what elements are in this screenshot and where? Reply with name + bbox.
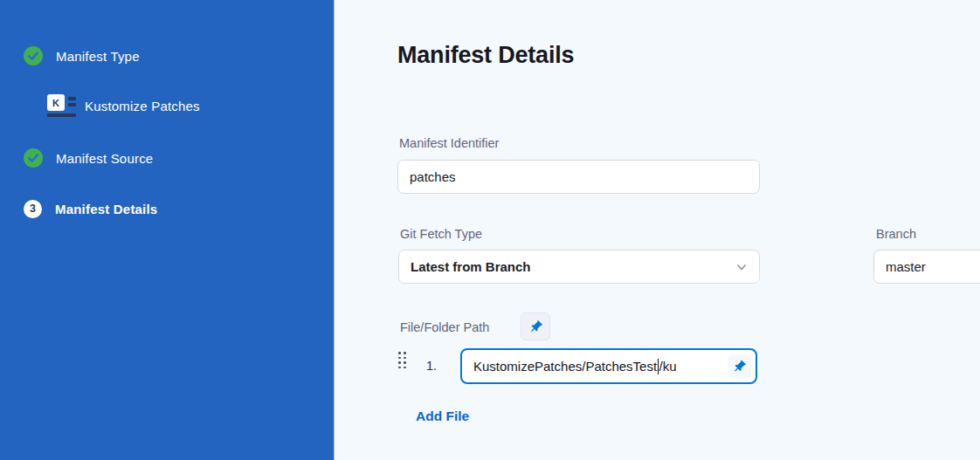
manifest-identifier-label: Manifest Identifier xyxy=(399,136,499,150)
git-fetch-type-value: Latest from Branch xyxy=(411,259,531,274)
step-label: Manifest Details xyxy=(55,202,157,216)
chevron-down-icon xyxy=(735,261,748,273)
pin-icon xyxy=(525,316,546,337)
sidebar-step-manifest-source[interactable]: Manifest Source xyxy=(24,147,153,169)
sidebar-step-manifest-details[interactable]: 3 Manifest Details xyxy=(24,197,157,220)
sidebar-step-kustomize-patches[interactable]: K Kustomize Patches xyxy=(47,93,200,118)
file-path-pin-button[interactable] xyxy=(728,354,751,378)
sidebar-step-manifest-type[interactable]: Manifest Type xyxy=(24,45,140,67)
add-file-button[interactable]: Add File xyxy=(416,409,469,424)
step-label: Manifest Source xyxy=(56,151,153,166)
step-label: Kustomize Patches xyxy=(85,99,200,113)
branch-label: Branch xyxy=(876,227,916,241)
path-row-index: 1. xyxy=(426,359,437,373)
kustomize-icon: K xyxy=(47,94,77,117)
file-path-value-after-caret: /ku xyxy=(659,359,677,374)
wizard-sidebar: Manifest Type K Kustomize Patches Manife… xyxy=(0,0,335,460)
check-icon xyxy=(24,46,43,65)
drag-handle-icon[interactable] xyxy=(398,352,407,372)
git-fetch-type-select[interactable]: Latest from Branch xyxy=(398,250,760,284)
manifest-details-panel: Manifest Details Manifest Identifier Git… xyxy=(335,0,980,460)
manifest-identifier-input[interactable] xyxy=(397,160,760,194)
file-folder-path-label: File/Folder Path xyxy=(400,320,489,334)
file-path-value-before-caret: KustomizePatches/PatchesTest xyxy=(473,359,657,374)
git-fetch-type-label: Git Fetch Type xyxy=(400,227,482,241)
branch-input[interactable] xyxy=(873,250,980,284)
pin-icon xyxy=(728,355,749,376)
page-title: Manifest Details xyxy=(397,42,574,69)
step-label: Manifest Type xyxy=(56,49,140,64)
step-number-badge: 3 xyxy=(24,200,42,218)
file-path-input[interactable]: KustomizePatches/PatchesTest/ku xyxy=(460,348,757,384)
check-icon xyxy=(24,148,43,168)
runtime-input-pin-button[interactable] xyxy=(521,312,550,340)
